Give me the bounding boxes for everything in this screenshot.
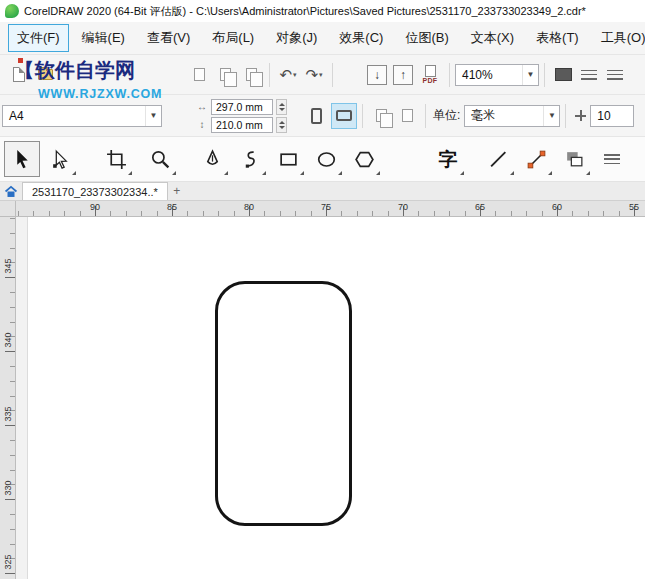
menu-text[interactable]: 文本(X) [462, 24, 523, 52]
ruler-major-tick [5, 277, 15, 278]
menu-bitmaps[interactable]: 位图(B) [396, 24, 457, 52]
units-label: 单位: [433, 107, 460, 124]
overlap-order-icon [564, 149, 585, 170]
show-rulers-button[interactable] [576, 62, 602, 88]
rectangle-tool[interactable] [270, 141, 306, 177]
flyout-arrow-icon [586, 171, 590, 175]
vertical-ruler[interactable]: 345340335330325 [0, 217, 16, 579]
canvas[interactable] [16, 217, 645, 579]
page-height-spinner[interactable] [276, 117, 287, 133]
text-tool-icon: 字 [439, 150, 458, 169]
toolbox: 字 [0, 137, 645, 182]
ellipse-tool-icon [316, 149, 337, 170]
menu-effects[interactable]: 效果(C) [330, 24, 392, 52]
landscape-orientation-button[interactable] [331, 103, 357, 129]
page-height-field[interactable]: 210.0 mm [211, 117, 273, 133]
more-tools-icon [604, 152, 620, 166]
menu-tools[interactable]: 工具(O) [592, 24, 645, 52]
toolbar-separator [449, 63, 450, 87]
fullscreen-icon [555, 68, 572, 81]
flyout-arrow-icon [548, 171, 552, 175]
duplicate-icon [246, 68, 257, 81]
flyout-arrow-icon [376, 171, 380, 175]
nudge-distance-value: 10 [591, 109, 633, 123]
pen-tool[interactable] [194, 141, 230, 177]
zoom-dropdown-icon[interactable]: ▼ [522, 65, 538, 85]
document-tab[interactable]: 2531170_23373302334..* [22, 182, 168, 200]
open-document-button[interactable] [32, 62, 58, 88]
welcome-screen-button[interactable] [0, 182, 22, 200]
ellipse-tool[interactable] [308, 141, 344, 177]
publish-pdf-button[interactable]: PDF [416, 61, 444, 89]
ruler-label: 55 [629, 202, 639, 212]
clipboard-icon [194, 68, 205, 81]
ruler-label: 345 [3, 258, 13, 274]
landscape-icon [336, 110, 352, 121]
line-tool[interactable] [480, 141, 516, 177]
export-arrow-icon: ↑ [393, 65, 413, 85]
duplicate-button[interactable] [238, 62, 264, 88]
all-pages-button[interactable] [368, 103, 394, 129]
zoom-tool[interactable] [142, 141, 178, 177]
rectangle-tool-icon [278, 149, 299, 170]
units-combobox[interactable]: 毫米 ▼ [464, 105, 560, 127]
bspline-tool[interactable] [232, 141, 268, 177]
coreldraw-window: CorelDRAW 2020 (64-Bit 评估版) - C:\Users\A… [0, 0, 645, 579]
overlap-order-tool[interactable] [556, 141, 592, 177]
new-document-button[interactable] [6, 62, 32, 88]
page-size-dropdown-icon[interactable]: ▼ [145, 106, 161, 126]
crop-tool[interactable] [98, 141, 134, 177]
text-tool[interactable]: 字 [430, 141, 466, 177]
fullscreen-preview-button[interactable] [550, 62, 576, 88]
page-width-field[interactable]: 297.0 mm [211, 99, 273, 115]
pick-tool[interactable] [4, 141, 40, 177]
toolbar-separator [269, 63, 270, 87]
menu-file[interactable]: 文件(F) [8, 24, 69, 52]
ruler-label: 80 [244, 202, 254, 212]
page-left-edge [16, 217, 28, 579]
ruler-major-tick [5, 499, 15, 500]
ruler-major-tick [5, 573, 15, 574]
propbar-separator [565, 104, 566, 128]
pdf-label: PDF [423, 77, 438, 84]
dimension-tool[interactable] [518, 141, 554, 177]
redo-dropdown-icon: ▾ [319, 71, 323, 79]
rounded-rectangle-shape[interactable] [215, 281, 352, 526]
flyout-arrow-icon [262, 171, 266, 175]
zoom-level-value: 410% [456, 68, 522, 82]
menu-edit[interactable]: 编辑(E) [73, 24, 134, 52]
horizontal-ruler[interactable]: 9085807570656055 [16, 201, 645, 217]
zoom-level-combobox[interactable]: 410% ▼ [455, 64, 539, 86]
paste-button[interactable] [186, 62, 212, 88]
new-tab-button[interactable]: + [168, 182, 186, 200]
more-tools-button[interactable] [594, 141, 630, 177]
undo-button[interactable]: ↶▾ [275, 62, 301, 88]
current-page-button[interactable] [394, 103, 420, 129]
polygon-tool-icon [354, 149, 375, 170]
show-grid-button[interactable] [602, 62, 628, 88]
units-dropdown-icon[interactable]: ▼ [543, 106, 559, 126]
copy-button[interactable] [212, 62, 238, 88]
copy-icon [220, 68, 231, 81]
import-button[interactable]: ↓ [364, 62, 390, 88]
redo-button[interactable]: ↷▾ [301, 62, 327, 88]
page-size-value: A4 [3, 109, 145, 123]
menu-object[interactable]: 对象(J) [267, 24, 326, 52]
page-size-combobox[interactable]: A4 ▼ [2, 105, 162, 127]
rulers-icon [581, 68, 597, 82]
pen-tool-icon [202, 149, 223, 170]
ruler-origin-button[interactable] [0, 201, 16, 217]
page-width-spinner[interactable] [276, 99, 287, 115]
portrait-orientation-button[interactable] [303, 103, 329, 129]
shape-tool[interactable] [42, 141, 78, 177]
menu-layout[interactable]: 布局(L) [203, 24, 263, 52]
menu-table[interactable]: 表格(T) [527, 24, 588, 52]
export-button[interactable]: ↑ [390, 62, 416, 88]
menu-view[interactable]: 查看(V) [138, 24, 199, 52]
nudge-distance-field[interactable]: 10 [590, 105, 634, 127]
polygon-tool[interactable] [346, 141, 382, 177]
dimension-tool-icon [526, 149, 547, 170]
pdf-page-icon [425, 65, 436, 77]
flyout-arrow-icon [72, 171, 76, 175]
ruler-major-tick [5, 351, 15, 352]
